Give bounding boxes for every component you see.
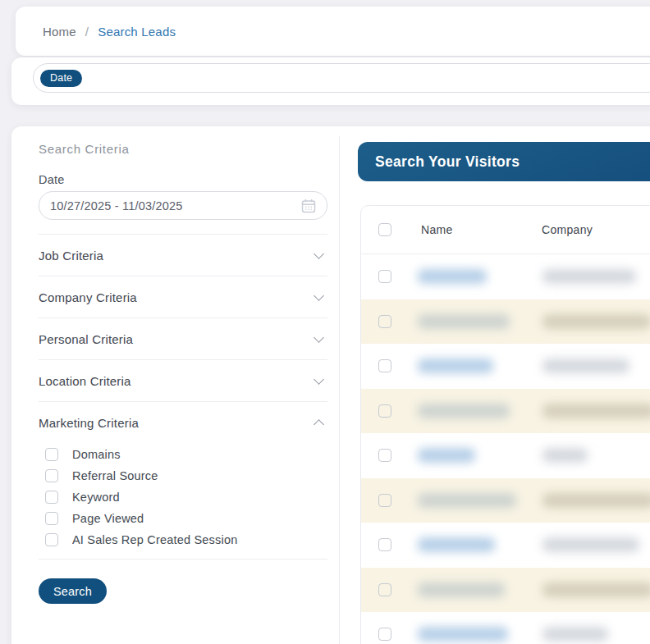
criteria-section-label: Company Criteria — [39, 290, 137, 304]
table-row — [361, 612, 650, 644]
option-checkbox[interactable] — [45, 469, 58, 482]
chevron-down-icon — [314, 332, 324, 343]
criteria-section-toggle[interactable]: Marketing Criteria — [39, 401, 327, 443]
active-filters-bar: Date — [33, 63, 650, 93]
search-criteria-panel: Search Criteria Date 10/27/2025 - 11/03/… — [39, 126, 327, 604]
criteria-section-label: Job Criteria — [39, 249, 103, 263]
criteria-section-toggle[interactable]: Company Criteria — [39, 276, 327, 317]
breadcrumb: Home / Search Leads — [16, 7, 650, 56]
chevron-down-icon — [314, 249, 324, 259]
breadcrumb-separator: / — [85, 25, 89, 39]
row-checkbox[interactable] — [378, 449, 391, 462]
redacted-company-text — [542, 537, 639, 552]
table-row — [361, 523, 650, 568]
option-label: Page Viewed — [72, 512, 144, 525]
chevron-up-icon — [314, 419, 324, 430]
redacted-company-text — [542, 493, 650, 508]
row-checkbox[interactable] — [378, 270, 391, 283]
chevron-down-icon — [314, 374, 324, 385]
breadcrumb-home-link[interactable]: Home — [43, 25, 76, 39]
redacted-company-text — [542, 314, 650, 329]
option-label: Referral Source — [72, 469, 158, 482]
option-checkbox[interactable] — [45, 512, 58, 525]
table-row — [361, 433, 650, 478]
marketing-options-list: Domains Referral Source Keyword Page Vie… — [39, 444, 327, 550]
row-checkbox[interactable] — [378, 494, 391, 507]
redacted-name-link[interactable] — [418, 493, 516, 508]
criteria-section-label: Location Criteria — [39, 374, 131, 388]
chevron-down-icon — [314, 290, 324, 301]
option-label: AI Sales Rep Created Session — [72, 533, 237, 546]
column-header-company: Company — [542, 223, 593, 236]
marketing-option[interactable]: Domains — [39, 444, 327, 465]
main-content-card: Search Criteria Date 10/27/2025 - 11/03/… — [11, 126, 650, 644]
redacted-name-link[interactable] — [418, 359, 493, 373]
criteria-section-toggle[interactable]: Personal Criteria — [39, 317, 327, 359]
marketing-option[interactable]: Page Viewed — [39, 508, 327, 529]
criteria-sections: Job Criteria Company Criteria Personal C… — [39, 234, 327, 443]
divider — [39, 559, 327, 560]
breadcrumb-current-link[interactable]: Search Leads — [98, 25, 176, 39]
redacted-company-text — [542, 448, 588, 463]
row-checkbox[interactable] — [378, 404, 391, 418]
redacted-name-link[interactable] — [418, 627, 508, 642]
results-title: Search Your Visitors — [375, 153, 520, 171]
row-checkbox[interactable] — [378, 359, 391, 372]
redacted-company-text — [542, 627, 608, 642]
option-checkbox[interactable] — [45, 533, 58, 546]
select-all-checkbox[interactable] — [378, 223, 391, 236]
redacted-company-text — [542, 359, 629, 373]
option-checkbox[interactable] — [45, 448, 58, 461]
redacted-name-link[interactable] — [418, 582, 505, 597]
redacted-company-text — [542, 404, 650, 418]
active-filters-card: Date — [11, 57, 650, 105]
row-checkbox[interactable] — [378, 315, 391, 328]
row-checkbox[interactable] — [378, 628, 391, 641]
panel-divider — [339, 136, 340, 644]
table-header-row: Name Company — [361, 206, 650, 254]
table-row — [361, 389, 650, 434]
option-label: Domains — [72, 448, 121, 461]
criteria-section-label: Personal Criteria — [39, 332, 133, 346]
table-body — [361, 254, 650, 644]
row-checkbox[interactable] — [378, 538, 391, 551]
table-row — [361, 568, 650, 613]
marketing-option[interactable]: AI Sales Rep Created Session — [39, 529, 327, 550]
date-range-input[interactable]: 10/27/2025 - 11/03/2025 — [39, 191, 327, 220]
redacted-company-text — [542, 269, 636, 284]
search-button[interactable]: Search — [39, 578, 107, 604]
redacted-name-link[interactable] — [418, 314, 510, 329]
date-field-label: Date — [39, 173, 327, 186]
redacted-name-link[interactable] — [418, 537, 495, 552]
calendar-icon[interactable] — [301, 199, 316, 213]
option-label: Keyword — [72, 491, 120, 504]
option-checkbox[interactable] — [45, 491, 58, 504]
table-row — [361, 254, 650, 299]
visitors-table: Name Company — [360, 205, 650, 644]
redacted-name-link[interactable] — [418, 269, 487, 284]
criteria-section-toggle[interactable]: Location Criteria — [39, 359, 327, 401]
date-range-value: 10/27/2025 - 11/03/2025 — [50, 199, 183, 212]
column-header-name: Name — [421, 223, 542, 236]
marketing-option[interactable]: Referral Source — [39, 465, 327, 486]
criteria-section-label: Marketing Criteria — [39, 416, 139, 430]
redacted-company-text — [542, 582, 650, 597]
table-row — [361, 478, 650, 523]
results-header-banner: Search Your Visitors — [358, 142, 650, 181]
date-filter-chip[interactable]: Date — [40, 70, 82, 87]
breadcrumb-card: Home / Search Leads — [16, 7, 650, 56]
table-row — [361, 344, 650, 389]
table-row — [361, 299, 650, 345]
search-leads-page: { "breadcrumb": { "items": [ {"label": "… — [0, 0, 650, 644]
criteria-section-toggle[interactable]: Job Criteria — [39, 234, 327, 276]
marketing-option[interactable]: Keyword — [39, 486, 327, 508]
redacted-name-link[interactable] — [418, 404, 510, 418]
row-checkbox[interactable] — [378, 583, 391, 596]
panel-title: Search Criteria — [39, 142, 327, 156]
redacted-name-link[interactable] — [418, 448, 475, 463]
